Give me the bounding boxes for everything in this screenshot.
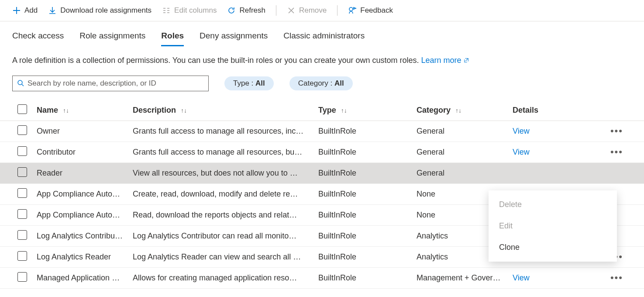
tab-roles[interactable]: Roles bbox=[161, 31, 184, 46]
row-checkbox[interactable] bbox=[17, 251, 27, 261]
sort-icon: ↑↓ bbox=[455, 107, 461, 114]
edit-columns-button[interactable]: Edit columns bbox=[162, 6, 217, 15]
menu-edit[interactable]: Edit bbox=[489, 215, 617, 237]
search-input[interactable] bbox=[28, 79, 204, 88]
row-checkbox[interactable] bbox=[17, 146, 27, 156]
menu-clone[interactable]: Clone bbox=[489, 237, 617, 258]
menu-delete[interactable]: Delete bbox=[489, 194, 617, 215]
row-description: Grants full access to manage all resourc… bbox=[133, 148, 318, 157]
row-description: Allows for creating managed application … bbox=[133, 273, 318, 283]
columns-icon bbox=[162, 6, 171, 15]
header-description[interactable]: Description ↑↓ bbox=[133, 106, 318, 115]
download-label: Download role assignments bbox=[60, 6, 152, 15]
more-actions-icon[interactable]: ••• bbox=[610, 146, 623, 157]
sort-icon: ↑↓ bbox=[341, 107, 347, 114]
add-button[interactable]: Add bbox=[12, 6, 38, 15]
row-description: Log Analytics Reader can view and search… bbox=[133, 252, 318, 262]
row-name: Log Analytics Contribu… bbox=[37, 231, 133, 241]
row-category: Management + Gover… bbox=[417, 273, 513, 283]
refresh-icon bbox=[227, 6, 236, 15]
row-category: General bbox=[417, 148, 513, 157]
search-input-wrapper[interactable] bbox=[12, 76, 209, 91]
refresh-button[interactable]: Refresh bbox=[227, 6, 265, 15]
more-actions-icon[interactable]: ••• bbox=[610, 125, 623, 136]
toolbar-separator-2 bbox=[337, 5, 337, 16]
select-all-checkbox[interactable] bbox=[17, 104, 27, 114]
feedback-icon bbox=[348, 6, 357, 15]
remove-label: Remove bbox=[299, 6, 327, 15]
table-row[interactable]: Contributor Grants full access to manage… bbox=[0, 142, 644, 163]
filter-type-pill[interactable]: Type : All bbox=[224, 76, 274, 90]
filter-type-label: Type : bbox=[233, 79, 255, 87]
row-checkbox[interactable] bbox=[17, 188, 27, 198]
row-type: BuiltInRole bbox=[318, 231, 417, 241]
row-type: BuiltInRole bbox=[318, 148, 417, 157]
row-checkbox[interactable] bbox=[17, 230, 27, 240]
row-type: BuiltInRole bbox=[318, 211, 417, 220]
row-type: BuiltInRole bbox=[318, 190, 417, 199]
header-name[interactable]: Name ↑↓ bbox=[37, 106, 133, 115]
header-details: Details bbox=[513, 106, 600, 115]
edit-columns-label: Edit columns bbox=[174, 6, 217, 15]
row-name: Contributor bbox=[37, 148, 133, 157]
filter-category-label: Category : bbox=[298, 79, 334, 87]
row-description: View all resources, but does not allow y… bbox=[133, 169, 318, 178]
row-checkbox[interactable] bbox=[17, 125, 27, 135]
row-description: Log Analytics Contributor can read all m… bbox=[133, 231, 318, 241]
add-label: Add bbox=[24, 6, 38, 15]
description-content: A role definition is a collection of per… bbox=[12, 56, 421, 65]
row-category: General bbox=[417, 169, 513, 178]
svg-point-0 bbox=[349, 7, 353, 11]
tab-role-assignments[interactable]: Role assignments bbox=[79, 31, 145, 46]
row-type: BuiltInRole bbox=[318, 252, 417, 262]
search-icon bbox=[17, 79, 24, 88]
row-name: App Compliance Auto… bbox=[37, 211, 133, 220]
svg-point-1 bbox=[18, 80, 22, 85]
plus-icon bbox=[12, 6, 21, 15]
refresh-label: Refresh bbox=[239, 6, 265, 15]
row-details: View bbox=[513, 148, 600, 157]
row-name: Log Analytics Reader bbox=[37, 252, 133, 262]
view-link[interactable]: View bbox=[513, 273, 530, 282]
row-checkbox[interactable] bbox=[17, 167, 27, 177]
feedback-button[interactable]: Feedback bbox=[348, 6, 393, 15]
filter-category-pill[interactable]: Category : All bbox=[289, 76, 353, 90]
header-type[interactable]: Type ↑↓ bbox=[318, 106, 417, 115]
row-name: Managed Application … bbox=[37, 273, 133, 283]
feedback-label: Feedback bbox=[360, 6, 393, 15]
row-category: General bbox=[417, 127, 513, 136]
view-link[interactable]: View bbox=[513, 127, 530, 135]
row-name: Reader bbox=[37, 169, 133, 178]
tab-deny-assignments[interactable]: Deny assignments bbox=[200, 31, 268, 46]
x-icon bbox=[287, 6, 296, 15]
remove-button[interactable]: Remove bbox=[287, 6, 327, 15]
sort-icon: ↑↓ bbox=[181, 107, 187, 114]
row-checkbox[interactable] bbox=[17, 209, 27, 219]
context-menu: Delete Edit Clone bbox=[489, 190, 617, 262]
filters-row: Type : All Category : All bbox=[0, 65, 644, 100]
row-checkbox[interactable] bbox=[17, 272, 27, 282]
table-row[interactable]: Reader View all resources, but does not … bbox=[0, 163, 644, 184]
table-row[interactable]: Managed Application … Allows for creatin… bbox=[0, 268, 644, 289]
view-link[interactable]: View bbox=[513, 148, 530, 156]
tab-check-access[interactable]: Check access bbox=[12, 31, 64, 46]
toolbar: Add Download role assignments Edit colum… bbox=[0, 0, 644, 21]
filter-type-value: All bbox=[255, 79, 265, 87]
tab-classic-administrators[interactable]: Classic administrators bbox=[283, 31, 365, 46]
row-type: BuiltInRole bbox=[318, 127, 417, 136]
row-name: Owner bbox=[37, 127, 133, 136]
header-category[interactable]: Category ↑↓ bbox=[417, 106, 513, 115]
download-button[interactable]: Download role assignments bbox=[48, 6, 152, 15]
row-description: Read, download the reports objects and r… bbox=[133, 211, 318, 220]
row-name: App Compliance Auto… bbox=[37, 190, 133, 199]
learn-more-link[interactable]: Learn more bbox=[421, 56, 470, 65]
more-actions-icon[interactable]: ••• bbox=[610, 272, 623, 283]
row-type: BuiltInRole bbox=[318, 273, 417, 283]
download-icon bbox=[48, 6, 57, 15]
row-description: Grants full access to manage all resourc… bbox=[133, 127, 318, 136]
tabs: Check access Role assignments Roles Deny… bbox=[0, 21, 644, 46]
row-description: Create, read, download, modify and delet… bbox=[133, 190, 318, 199]
toolbar-separator bbox=[276, 5, 276, 16]
table-row[interactable]: Owner Grants full access to manage all r… bbox=[0, 121, 644, 142]
sort-icon: ↑↓ bbox=[63, 107, 69, 114]
